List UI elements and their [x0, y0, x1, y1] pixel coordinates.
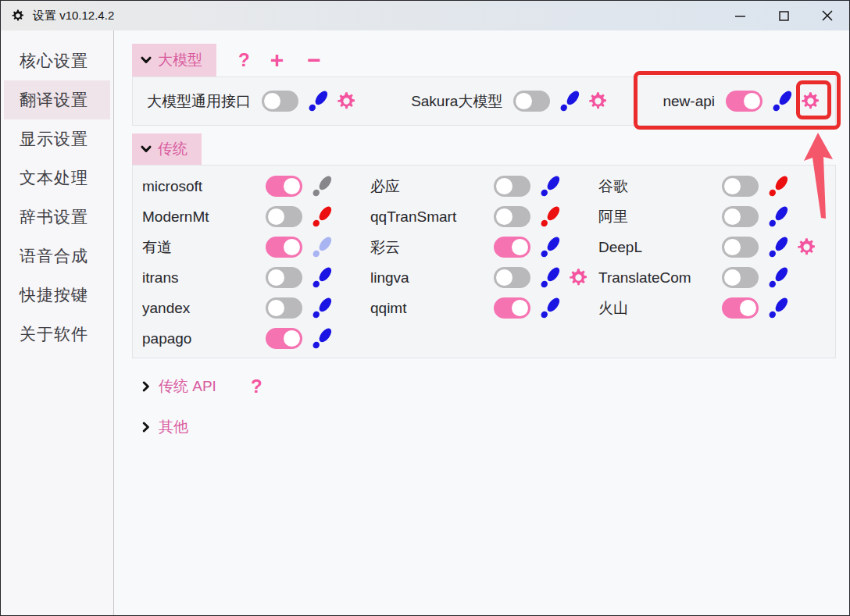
- service-toggle[interactable]: [722, 206, 759, 227]
- toggle-knob: [284, 239, 300, 255]
- minimize-button[interactable]: [718, 1, 762, 30]
- service-item: new-api: [662, 91, 821, 112]
- settings-gear-icon[interactable]: [568, 267, 589, 288]
- service-label: papago: [142, 330, 266, 347]
- content-area: 大模型 ? + − 大模型通用接口Sakura大模型new-api 传统 mic…: [114, 30, 849, 616]
- toggle-knob: [496, 178, 512, 194]
- service-label: lingva: [370, 269, 494, 287]
- brush-icon[interactable]: [766, 265, 791, 290]
- brush-icon[interactable]: [538, 296, 562, 320]
- settings-gear-icon[interactable]: [800, 91, 821, 112]
- toggle-knob: [264, 93, 280, 109]
- sidebar-item[interactable]: 翻译设置: [4, 80, 110, 119]
- service-label: 谷歌: [598, 176, 722, 197]
- service-item: 阿里: [598, 206, 826, 227]
- section-header-traditional-api[interactable]: 传统 API ?: [132, 376, 262, 397]
- service-toggle[interactable]: [722, 297, 759, 319]
- llm-remove-button[interactable]: −: [307, 49, 321, 71]
- settings-window: 设置 v10.12.4.2 核心设置翻译设置显示设置文本处理辞书设置语音合成快捷…: [0, 0, 850, 616]
- service-toggle[interactable]: [722, 237, 759, 258]
- service-label: DeepL: [598, 239, 722, 256]
- brush-icon[interactable]: [538, 205, 562, 229]
- brush-icon[interactable]: [766, 174, 791, 198]
- service-item: 必应: [370, 176, 598, 197]
- service-item: Sakura大模型: [411, 91, 609, 112]
- service-toggle[interactable]: [266, 237, 302, 258]
- service-toggle[interactable]: [262, 91, 298, 112]
- service-toggle[interactable]: [494, 267, 530, 288]
- service-toggle[interactable]: [266, 297, 302, 319]
- service-toggle[interactable]: [494, 176, 530, 197]
- service-toggle[interactable]: [722, 267, 759, 288]
- brush-icon[interactable]: [310, 235, 334, 259]
- service-item: 火山: [598, 297, 826, 319]
- close-button[interactable]: [805, 1, 849, 30]
- brush-icon[interactable]: [538, 235, 562, 259]
- section-label-traditional: 传统: [158, 139, 188, 159]
- toggle-knob: [512, 300, 528, 316]
- brush-icon[interactable]: [770, 89, 795, 113]
- brush-icon[interactable]: [538, 265, 562, 290]
- sidebar-item[interactable]: 显示设置: [4, 119, 110, 158]
- gear-app-icon: [11, 9, 25, 23]
- maximize-button[interactable]: [762, 1, 805, 30]
- brush-icon[interactable]: [538, 174, 562, 198]
- window-controls: [718, 1, 849, 30]
- settings-gear-icon[interactable]: [588, 91, 609, 112]
- sidebar-item[interactable]: 辞书设置: [4, 198, 110, 237]
- service-column: 必应qqTranSmart彩云lingvaqqimt: [370, 176, 598, 349]
- brush-icon[interactable]: [766, 296, 791, 320]
- traditional-services-panel: microsoftModernMt有道itransyandexpapago必应q…: [132, 165, 836, 358]
- toggle-knob: [744, 93, 760, 109]
- service-label: 彩云: [370, 237, 494, 258]
- section-header-llm[interactable]: 大模型: [132, 44, 216, 77]
- service-column: 谷歌阿里DeepLTranslateCom火山: [598, 176, 826, 349]
- brush-icon[interactable]: [310, 326, 334, 351]
- service-toggle[interactable]: [513, 91, 550, 112]
- service-toggle[interactable]: [266, 267, 302, 288]
- toggle-knob: [284, 330, 300, 347]
- service-item: qqimt: [370, 297, 598, 319]
- service-item: TranslateCom: [598, 267, 826, 288]
- service-toggle[interactable]: [494, 297, 530, 319]
- brush-icon[interactable]: [310, 174, 334, 198]
- section-label-llm: 大模型: [158, 50, 202, 70]
- titlebar: 设置 v10.12.4.2: [1, 1, 849, 30]
- settings-gear-icon[interactable]: [336, 91, 357, 112]
- chevron-right-icon: [140, 421, 152, 433]
- llm-services-panel: 大模型通用接口Sakura大模型new-api: [132, 77, 836, 126]
- service-toggle[interactable]: [266, 176, 302, 197]
- service-toggle[interactable]: [266, 206, 302, 227]
- service-label: ModernMt: [142, 208, 266, 226]
- brush-icon[interactable]: [310, 296, 334, 320]
- sidebar-item[interactable]: 文本处理: [4, 158, 110, 198]
- service-toggle[interactable]: [722, 176, 759, 197]
- llm-help-icon[interactable]: ?: [238, 49, 250, 71]
- section-header-other[interactable]: 其他: [132, 416, 188, 438]
- section-header-traditional[interactable]: 传统: [132, 134, 202, 165]
- brush-icon[interactable]: [310, 205, 334, 229]
- toggle-knob: [496, 269, 512, 286]
- settings-gear-icon[interactable]: [796, 237, 817, 258]
- sidebar-item[interactable]: 核心设置: [4, 41, 110, 80]
- brush-icon[interactable]: [766, 235, 791, 259]
- traditional-api-help-icon[interactable]: ?: [251, 376, 262, 397]
- brush-icon[interactable]: [558, 89, 582, 113]
- sidebar-item[interactable]: 语音合成: [4, 237, 110, 276]
- sidebar-item[interactable]: 快捷按键: [4, 276, 110, 315]
- service-label: Sakura大模型: [411, 91, 502, 112]
- brush-icon[interactable]: [310, 265, 334, 290]
- service-toggle[interactable]: [266, 328, 302, 349]
- brush-icon[interactable]: [306, 89, 330, 113]
- llm-add-button[interactable]: +: [270, 49, 284, 71]
- service-item: 谷歌: [598, 176, 826, 197]
- service-item: 有道: [142, 237, 370, 258]
- sidebar-item[interactable]: 关于软件: [4, 315, 110, 354]
- brush-icon[interactable]: [766, 205, 791, 229]
- service-toggle[interactable]: [726, 91, 762, 112]
- service-toggle[interactable]: [494, 237, 530, 258]
- minimize-icon: [734, 10, 746, 22]
- service-item: papago: [142, 328, 370, 349]
- service-toggle[interactable]: [494, 206, 530, 227]
- toggle-knob: [268, 269, 284, 286]
